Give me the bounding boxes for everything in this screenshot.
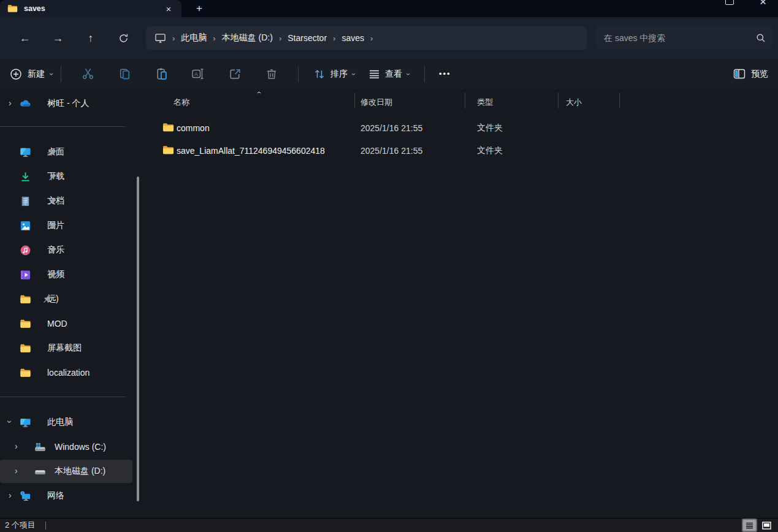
chevron-down-icon: › bbox=[349, 73, 358, 75]
sidebar-item-network[interactable]: › 网络 bbox=[0, 484, 146, 508]
status-divider bbox=[45, 522, 46, 530]
chevron-down-icon[interactable]: › bbox=[5, 420, 15, 424]
large-icons-view-button[interactable] bbox=[760, 520, 773, 531]
paste-icon bbox=[155, 67, 168, 80]
column-divider[interactable] bbox=[354, 93, 355, 108]
chevron-right-icon[interactable]: › bbox=[15, 466, 18, 476]
pin-icon bbox=[48, 172, 57, 181]
file-name: common bbox=[177, 123, 210, 133]
sort-ascending-icon: › bbox=[254, 91, 263, 94]
refresh-icon[interactable] bbox=[113, 28, 134, 48]
pin-icon bbox=[48, 246, 57, 254]
sort-icon bbox=[313, 69, 326, 80]
sidebar-item-label: 树旺 - 个人 bbox=[47, 98, 89, 109]
search-input[interactable] bbox=[603, 32, 756, 44]
pin-icon bbox=[48, 197, 57, 205]
status-bar: 2 个项目 bbox=[0, 518, 778, 532]
sidebar-item-label: 网络 bbox=[47, 490, 64, 501]
sidebar-divider bbox=[0, 126, 126, 127]
chevron-right-icon[interactable]: › bbox=[9, 490, 12, 500]
delete-button[interactable] bbox=[253, 63, 290, 85]
folder-icon bbox=[20, 318, 31, 330]
file-type: 文件夹 bbox=[477, 123, 503, 134]
this-pc-icon[interactable] bbox=[154, 33, 166, 44]
rename-button[interactable]: A bbox=[180, 63, 216, 85]
view-button-label: 查看 bbox=[385, 69, 402, 80]
column-header-type[interactable]: 类型 bbox=[477, 97, 493, 108]
file-date: 2025/1/16 21:55 bbox=[360, 123, 422, 133]
music-icon bbox=[20, 245, 31, 256]
file-date: 2025/1/16 21:55 bbox=[360, 146, 422, 156]
sidebar-item-desktop[interactable]: 桌面 bbox=[0, 140, 146, 164]
sidebar-item-label: 屏幕截图 bbox=[47, 343, 82, 354]
sidebar-item-folder[interactable]: MOD bbox=[0, 311, 146, 336]
pin-icon bbox=[48, 270, 57, 279]
breadcrumb-starsector[interactable]: Starsector bbox=[288, 33, 327, 43]
column-header-date[interactable]: 修改日期 bbox=[360, 97, 392, 108]
chevron-right-icon[interactable]: › bbox=[9, 98, 12, 108]
forward-icon[interactable]: → bbox=[47, 28, 68, 48]
new-tab-button[interactable]: + bbox=[189, 0, 210, 17]
sidebar-item-downloads[interactable]: 下载 bbox=[0, 164, 146, 189]
breadcrumb-drive-d[interactable]: 本地磁盘 (D:) bbox=[222, 32, 273, 44]
paste-button[interactable] bbox=[143, 63, 180, 85]
sidebar-scrollbar[interactable] bbox=[137, 177, 139, 501]
tab-close-icon[interactable]: × bbox=[163, 4, 174, 13]
up-icon[interactable]: ↑ bbox=[80, 28, 101, 48]
breadcrumb-this-pc[interactable]: 此电脑 bbox=[181, 32, 207, 44]
back-icon[interactable]: ← bbox=[15, 28, 36, 48]
documents-icon bbox=[20, 196, 31, 207]
share-button[interactable] bbox=[216, 63, 253, 85]
tab-saves[interactable]: saves × bbox=[0, 0, 181, 17]
sidebar-item-drive-d[interactable]: › 本地磁盘 (D:) bbox=[0, 459, 146, 484]
sidebar-item-onedrive[interactable]: › 树旺 - 个人 bbox=[0, 91, 146, 116]
file-row-save[interactable]: save_LiamAllat_711246949456602418 2025/1… bbox=[146, 139, 778, 162]
new-button[interactable]: 新建 › bbox=[10, 68, 53, 80]
sidebar-item-label: localization bbox=[47, 368, 90, 378]
sidebar-item-folder[interactable]: 远) bbox=[0, 287, 146, 311]
column-divider[interactable] bbox=[465, 93, 465, 108]
rename-icon: A bbox=[191, 67, 205, 80]
pin-icon bbox=[48, 221, 57, 230]
column-divider[interactable] bbox=[558, 93, 559, 108]
copy-icon bbox=[118, 67, 131, 80]
sidebar-item-folder[interactable]: localization bbox=[0, 360, 146, 385]
search-icon[interactable] bbox=[756, 33, 766, 43]
sidebar-item-videos[interactable]: 视频 bbox=[0, 262, 146, 287]
copy-button[interactable] bbox=[106, 63, 143, 85]
sidebar-item-drive-c[interactable]: › Windows (C:) bbox=[0, 435, 146, 459]
chevron-down-icon: › bbox=[47, 73, 56, 75]
cut-button[interactable] bbox=[69, 63, 106, 85]
onedrive-icon bbox=[20, 98, 31, 110]
preview-pane-icon bbox=[733, 69, 746, 79]
more-options-icon[interactable]: ••• bbox=[439, 69, 451, 78]
sidebar-item-this-pc[interactable]: › 此电脑 bbox=[0, 410, 146, 435]
preview-button[interactable]: 预览 bbox=[733, 69, 768, 80]
desktop-icon bbox=[20, 146, 31, 158]
close-window-icon[interactable]: × bbox=[760, 0, 766, 9]
column-header-size[interactable]: 大小 bbox=[566, 97, 582, 108]
sidebar-item-pictures[interactable]: 图片 bbox=[0, 213, 146, 238]
pin-icon bbox=[48, 148, 57, 156]
chevron-right-icon: › bbox=[207, 34, 221, 43]
breadcrumb-saves[interactable]: saves bbox=[341, 33, 364, 43]
column-divider[interactable] bbox=[619, 93, 620, 108]
chevron-right-icon[interactable]: › bbox=[15, 441, 18, 451]
search-box[interactable] bbox=[595, 26, 773, 50]
sort-button[interactable]: 排序 › bbox=[313, 69, 355, 80]
chevron-right-icon: › bbox=[273, 34, 288, 43]
item-count: 2 个项目 bbox=[5, 520, 36, 531]
details-view-button[interactable] bbox=[743, 520, 756, 531]
view-button[interactable]: 查看 › bbox=[368, 69, 410, 80]
folder-icon bbox=[162, 123, 174, 132]
folder-icon bbox=[20, 367, 31, 379]
file-row-common[interactable]: common 2025/1/16 21:55 文件夹 bbox=[146, 116, 778, 139]
file-explorer-window: saves × + × ← → ↑ › 此电脑 › bbox=[0, 0, 778, 532]
toolbar-divider bbox=[298, 66, 299, 82]
maximize-icon[interactable] bbox=[725, 0, 734, 5]
sidebar-item-documents[interactable]: 文档 bbox=[0, 189, 146, 213]
column-header-name[interactable]: 名称 bbox=[174, 97, 189, 108]
sidebar-item-music[interactable]: 音乐 bbox=[0, 238, 146, 262]
sidebar-item-folder[interactable]: 屏幕截图 bbox=[0, 336, 146, 360]
chevron-right-icon: › bbox=[166, 34, 181, 43]
